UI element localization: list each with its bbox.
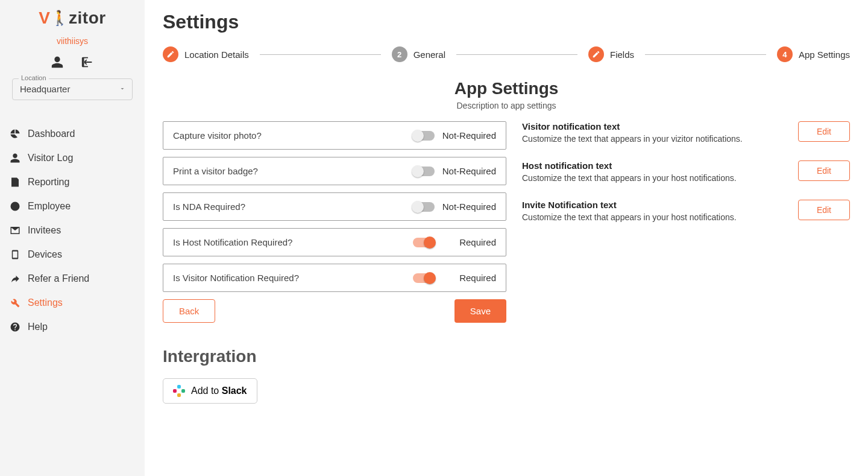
- add-to-slack-button[interactable]: Add to Slack: [163, 378, 257, 404]
- notification-desc: Customize the text that appears in your …: [522, 173, 737, 183]
- nav-item-label: Visitor Log: [28, 153, 73, 163]
- step-badge: 4: [777, 46, 793, 62]
- toggle-switch[interactable]: [413, 167, 435, 176]
- nav-help[interactable]: Help: [0, 315, 145, 339]
- stepper: Location Details 2 General Fields 4 App …: [163, 46, 850, 62]
- nav-item-label: Dashboard: [28, 129, 75, 139]
- step-app-settings[interactable]: 4 App Settings: [777, 46, 850, 62]
- edit-button[interactable]: Edit: [798, 121, 850, 142]
- toggle-label: Is Host Notification Required?: [173, 237, 292, 247]
- org-name: viithiisys: [0, 36, 145, 46]
- notification-invite-text: Invite Notification text Customize the t…: [522, 200, 850, 222]
- nav-item-label: Settings: [28, 297, 63, 308]
- toggle-state: Required: [442, 273, 496, 283]
- step-connector: [456, 54, 577, 55]
- pencil-icon: [588, 46, 604, 62]
- brand-walker-icon: 🚶: [51, 10, 69, 27]
- toggle-state: Not-Required: [442, 166, 496, 176]
- notification-visitor-text: Visitor notification text Customize the …: [522, 121, 850, 144]
- notification-host-text: Host notification text Customize the tex…: [522, 160, 850, 183]
- pencil-icon: [163, 46, 178, 62]
- slack-label: Add to Slack: [191, 386, 247, 396]
- step-label: App Settings: [799, 49, 850, 60]
- toggle-visitor-notification: Is Visitor Notification Required? Requir…: [163, 264, 506, 292]
- toggle-host-notification: Is Host Notification Required? Required: [163, 228, 506, 256]
- section-head: App Settings Description to app settings: [163, 79, 850, 110]
- step-fields[interactable]: Fields: [588, 46, 634, 62]
- step-label: General: [414, 49, 445, 60]
- edit-button[interactable]: Edit: [798, 200, 850, 220]
- share-icon: [10, 273, 20, 284]
- notification-desc: Customize the text that appears in your …: [522, 134, 743, 144]
- logout-icon[interactable]: [81, 56, 94, 69]
- step-location-details[interactable]: Location Details: [163, 46, 249, 62]
- report-icon: [10, 177, 20, 188]
- brand-logo: V🚶zitor: [39, 8, 105, 28]
- toggle-label: Is Visitor Notification Required?: [173, 273, 299, 283]
- back-button[interactable]: Back: [163, 299, 215, 323]
- step-label: Fields: [610, 49, 634, 60]
- notifications-column: Visitor notification text Customize the …: [522, 121, 850, 404]
- step-badge: 2: [392, 46, 407, 62]
- page-title: Settings: [163, 11, 850, 33]
- nav-item-label: Refer a Friend: [28, 273, 89, 284]
- location-select[interactable]: Location Headquarter: [12, 78, 133, 100]
- toggle-print-visitor-badge: Print a visitor badge? Not-Required: [163, 157, 506, 185]
- notification-title: Host notification text: [522, 160, 737, 171]
- nav-item-label: Devices: [28, 249, 62, 260]
- nav-visitor-log[interactable]: Visitor Log: [0, 146, 145, 170]
- toggle-switch[interactable]: [413, 131, 435, 141]
- pie-chart-icon: [10, 129, 20, 139]
- nav-employee[interactable]: Employee: [0, 194, 145, 218]
- toggles-column: Capture visitor photo? Not-Required Prin…: [163, 121, 506, 404]
- toggle-nda-required: Is NDA Required? Not-Required: [163, 192, 506, 221]
- toggle-switch[interactable]: [413, 273, 435, 283]
- notification-desc: Customize the text that appears in your …: [522, 212, 737, 222]
- toggle-switch[interactable]: [413, 238, 435, 247]
- toggle-state: Not-Required: [442, 130, 496, 141]
- integration-section: Intergration Add to Slack: [163, 347, 506, 404]
- notification-title: Invite Notification text: [522, 200, 737, 210]
- section-description: Description to app settings: [163, 101, 850, 110]
- toggle-state: Required: [442, 237, 496, 247]
- mail-icon: [10, 225, 20, 236]
- profile-icon[interactable]: [51, 56, 64, 69]
- help-icon: [10, 322, 20, 332]
- toggle-label: Capture visitor photo?: [173, 130, 262, 141]
- form-actions: Back Save: [163, 299, 506, 323]
- nav-settings[interactable]: Settings: [0, 291, 145, 315]
- toggle-label: Print a visitor badge?: [173, 166, 258, 176]
- nav-dashboard[interactable]: Dashboard: [0, 122, 145, 146]
- slack-icon: [173, 385, 185, 397]
- location-label: Location: [19, 74, 49, 81]
- toggle-label: Is NDA Required?: [173, 202, 245, 212]
- section-title: App Settings: [163, 79, 850, 98]
- step-connector: [645, 54, 766, 55]
- toggle-switch[interactable]: [413, 202, 435, 212]
- integration-heading: Intergration: [163, 347, 506, 366]
- nav-refer-a-friend[interactable]: Refer a Friend: [0, 267, 145, 291]
- edit-button[interactable]: Edit: [798, 160, 850, 181]
- nav: Dashboard Visitor Log Reporting Employee…: [0, 122, 145, 339]
- toggle-state: Not-Required: [442, 202, 496, 212]
- save-button[interactable]: Save: [454, 299, 506, 323]
- toggle-capture-visitor-photo: Capture visitor photo? Not-Required: [163, 121, 506, 150]
- top-icons: [0, 56, 145, 69]
- step-label: Location Details: [184, 49, 249, 60]
- nav-invitees[interactable]: Invitees: [0, 218, 145, 243]
- step-connector: [260, 54, 381, 55]
- nav-reporting[interactable]: Reporting: [0, 170, 145, 194]
- brand-pre: V: [39, 8, 50, 27]
- device-icon: [10, 249, 20, 260]
- nav-item-label: Help: [28, 322, 48, 332]
- nav-item-label: Reporting: [28, 177, 69, 188]
- nav-devices[interactable]: Devices: [0, 243, 145, 267]
- brand-post: zitor: [69, 8, 106, 27]
- notification-title: Visitor notification text: [522, 121, 743, 132]
- plus-circle-icon: [10, 201, 20, 212]
- nav-item-label: Invitees: [28, 225, 61, 236]
- step-general[interactable]: 2 General: [392, 46, 445, 62]
- nav-item-label: Employee: [28, 201, 71, 212]
- sidebar: V🚶zitor viithiisys Location Headquarter …: [0, 0, 145, 476]
- chevron-down-icon: [119, 84, 126, 95]
